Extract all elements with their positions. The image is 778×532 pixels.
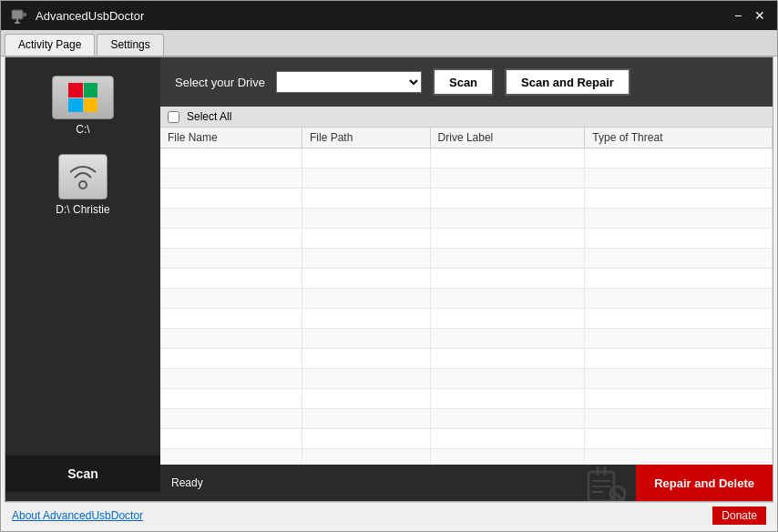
- table-row: [160, 148, 773, 169]
- select-all-label: Select All: [187, 110, 231, 123]
- flag-yellow: [84, 98, 98, 113]
- title-bar-controls: − ✕: [730, 7, 768, 24]
- flag-blue: [68, 98, 83, 113]
- table-row: [160, 449, 773, 466]
- drive-label-c: C:\: [76, 123, 89, 136]
- col-type-threat: Type of Threat: [585, 128, 773, 148]
- table-row: [160, 229, 773, 249]
- drive-selector-label: Select your Drive: [175, 76, 265, 89]
- content-area: C:\ D:\ Christie Scan: [5, 56, 773, 502]
- table-header: File Name File Path Drive Label Type of …: [160, 128, 773, 148]
- table-row: [160, 389, 773, 409]
- hdd-icon-c: [52, 76, 114, 119]
- svg-point-4: [79, 181, 87, 189]
- flag-red: [68, 83, 83, 97]
- table-row: [160, 409, 773, 429]
- about-link[interactable]: About AdvancedUsbDoctor: [12, 509, 143, 522]
- right-panel: Select your Drive Scan Scan and Repair S…: [160, 57, 773, 501]
- windows-flag: [68, 83, 97, 112]
- app-icon: [10, 6, 28, 25]
- file-table-container: File Name File Path Drive Label Type of …: [160, 128, 773, 465]
- footer-bar: About AdvancedUsbDoctor Donate: [5, 502, 773, 527]
- window-title: AdvancedUsbDoctor: [36, 9, 144, 23]
- select-all-checkbox[interactable]: [168, 111, 179, 123]
- table-row: [160, 369, 773, 389]
- scan-button-left[interactable]: Scan: [5, 455, 160, 492]
- scan-action-button[interactable]: Scan: [433, 68, 494, 96]
- flag-green: [84, 83, 98, 97]
- tabs-bar: Activity Page Settings: [1, 30, 777, 56]
- col-drive-label: Drive Label: [430, 128, 585, 148]
- table-row: [160, 349, 773, 369]
- left-panel: C:\ D:\ Christie Scan: [5, 57, 160, 501]
- table-row: [160, 429, 773, 449]
- col-file-path: File Path: [302, 128, 431, 148]
- title-bar-left: AdvancedUsbDoctor: [10, 6, 144, 25]
- drive-item-d[interactable]: D:\ Christie: [5, 145, 160, 225]
- usb-icon-d: [58, 154, 107, 200]
- scan-and-repair-button[interactable]: Scan and Repair: [505, 68, 630, 96]
- status-text: Ready: [160, 465, 578, 501]
- table-row: [160, 189, 773, 209]
- repair-delete-button[interactable]: Repair and Delete: [636, 465, 773, 501]
- table-body: [160, 148, 773, 466]
- table-row: [160, 309, 773, 329]
- file-table: File Name File Path Drive Label Type of …: [160, 128, 773, 465]
- drive-select[interactable]: [276, 71, 422, 93]
- table-row: [160, 289, 773, 309]
- status-bar: Ready Repair and Delete: [160, 465, 773, 501]
- drive-label-d: D:\ Christie: [56, 203, 109, 216]
- donate-button[interactable]: Donate: [712, 506, 766, 525]
- drive-selector-bar: Select your Drive Scan Scan and Repair: [160, 57, 773, 107]
- table-row: [160, 329, 773, 349]
- close-button[interactable]: ✕: [752, 7, 768, 24]
- watermark-icon: [585, 465, 629, 502]
- col-file-name: File Name: [160, 128, 302, 148]
- main-window: AdvancedUsbDoctor − ✕ Activity Page Sett…: [0, 0, 778, 532]
- table-row: [160, 169, 773, 189]
- tab-activity-page[interactable]: Activity Page: [5, 34, 95, 56]
- svg-rect-0: [12, 10, 23, 19]
- tab-settings[interactable]: Settings: [97, 34, 163, 56]
- file-list-header: Select All: [160, 107, 773, 128]
- table-row: [160, 249, 773, 269]
- table-row: [160, 269, 773, 289]
- svg-rect-3: [15, 22, 20, 24]
- svg-rect-1: [23, 13, 26, 16]
- title-bar: AdvancedUsbDoctor − ✕: [1, 1, 777, 30]
- minimize-button[interactable]: −: [730, 7, 746, 24]
- drive-item-c[interactable]: C:\: [5, 66, 160, 145]
- usb-drive-icon: [66, 159, 100, 194]
- table-row: [160, 209, 773, 229]
